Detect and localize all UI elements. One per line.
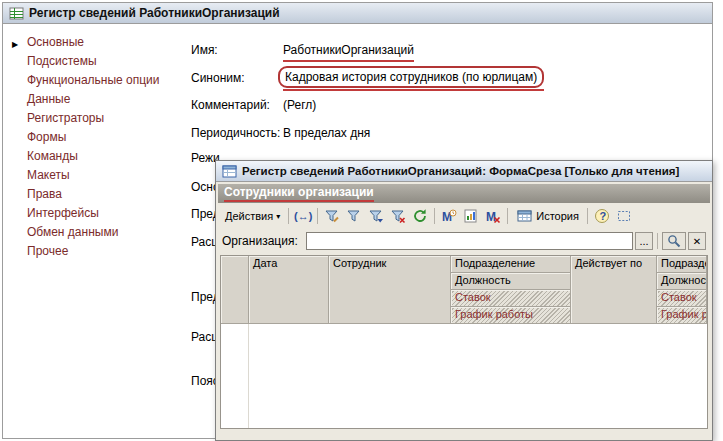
sidebar-item-komandy[interactable]: Команды <box>3 147 185 166</box>
magnifier-icon <box>666 233 682 249</box>
toolbar-separator <box>288 208 289 224</box>
field-row-synonym: Синоним: Кадровая история сотрудников (п… <box>191 66 544 91</box>
actions-button[interactable]: Действия ▾ <box>221 206 284 226</box>
toolbar-separator <box>657 233 658 249</box>
column-header-valid-until[interactable]: Действует по <box>571 256 657 324</box>
periodicity-value[interactable]: В пределах дня <box>283 124 370 142</box>
sidebar-item-prochee[interactable]: Прочее <box>3 242 185 261</box>
column-employee: Сотрудник <box>329 256 451 324</box>
toolbar-separator <box>587 208 588 224</box>
sidebar-item-podsistemy[interactable]: Подсистемы <box>3 52 185 71</box>
form-icon <box>221 163 237 179</box>
table-body[interactable] <box>221 324 707 428</box>
selection-rectangle-icon[interactable] <box>614 206 634 226</box>
column-department-group: Подразделение Должность Ставок График ра… <box>451 256 571 324</box>
sidebar-item-interfeysy[interactable]: Интерфейсы <box>3 204 185 223</box>
organization-input[interactable] <box>306 232 633 250</box>
selected-marker-icon: ▶ <box>12 37 18 52</box>
help-icon[interactable]: ? <box>592 206 612 226</box>
form-toolbar: Действия ▾ (↔) <box>218 203 710 229</box>
column-header-date[interactable]: Дата <box>249 256 329 324</box>
selector-header-cell <box>221 256 249 324</box>
column-header-rate-2[interactable]: Ставок <box>657 290 707 307</box>
select-period-icon[interactable]: (↔) <box>293 206 313 226</box>
comment-value[interactable]: (Регл) <box>283 96 316 114</box>
sidebar-item-osnovnye[interactable]: ▶ Основные <box>3 33 185 52</box>
records-table: Дата Сотрудник Подразделение Должность С… <box>220 255 708 429</box>
main-window-title: Регистр сведений РаботникиОрганизаций <box>29 6 280 20</box>
history-button[interactable]: История <box>512 206 583 226</box>
sidebar-item-funkcionalnye-opcii[interactable]: Функциональные опции <box>3 71 185 90</box>
column-date: Дата <box>249 256 329 324</box>
slice-form-body: Сотрудники организации Действия ▾ (↔) <box>216 182 712 440</box>
column-header-rate[interactable]: Ставок <box>451 290 571 307</box>
column-header-schedule[interactable]: График работы <box>451 307 571 324</box>
selector-column-divider <box>248 324 249 428</box>
comment-label: Комментарий: <box>191 96 283 114</box>
selector-column <box>221 256 249 324</box>
sidebar-item-prava[interactable]: Права <box>3 185 185 204</box>
organization-clear-button[interactable]: ✕ <box>688 232 706 250</box>
filter-history-icon[interactable] <box>366 206 386 226</box>
journal-icon[interactable] <box>461 206 481 226</box>
table-header: Дата Сотрудник Подразделение Должность С… <box>221 256 707 324</box>
main-window-titlebar[interactable]: Регистр сведений РаботникиОрганизаций <box>3 3 712 24</box>
column-header-position[interactable]: Должность <box>451 273 571 290</box>
toolbar-separator <box>434 208 435 224</box>
sidebar-item-obmen-dannymi[interactable]: Обмен данными <box>3 223 185 242</box>
filter-icon[interactable] <box>344 206 364 226</box>
register-icon <box>8 5 24 21</box>
clear-moment-icon[interactable]: М <box>483 206 503 226</box>
form-caption-bar: Сотрудники организации <box>218 184 710 203</box>
screen: Регистр сведений РаботникиОрганизаций ▶ … <box>0 0 723 441</box>
history-icon <box>516 208 532 224</box>
disable-filter-icon[interactable] <box>388 206 408 226</box>
field-row-periodicity: Периодичность: В пределах дня <box>191 124 370 142</box>
form-caption: Сотрудники организации <box>224 185 374 202</box>
field-row-comment: Комментарий: (Регл) <box>191 96 316 114</box>
organization-find-button[interactable] <box>662 232 686 250</box>
slice-form-title: Регистр сведений РаботникиОрганизаций: Ф… <box>242 165 679 177</box>
toolbar-separator <box>507 208 508 224</box>
periodicity-label: Периодичность: <box>191 124 283 142</box>
moment-of-time-icon[interactable]: М <box>439 206 459 226</box>
svg-text:?: ? <box>599 210 606 222</box>
synonym-value[interactable]: Кадровая история сотрудников (по юрлицам… <box>278 66 544 88</box>
organization-row: Организация: ... ✕ <box>218 229 710 253</box>
sections-list: ▶ Основные Подсистемы Функциональные опц… <box>3 25 185 438</box>
column-header-employee[interactable]: Сотрудник <box>329 256 451 324</box>
column-header-department[interactable]: Подразделение <box>451 256 571 273</box>
column-valid-until: Действует по <box>571 256 657 324</box>
filter-settings-icon[interactable] <box>322 206 342 226</box>
sidebar-item-registratory[interactable]: Регистраторы <box>3 109 185 128</box>
organization-label: Организация: <box>222 234 298 248</box>
name-value[interactable]: РаботникиОрганизаций <box>283 41 414 62</box>
dropdown-arrow-icon: ▾ <box>276 212 280 221</box>
column-header-schedule-2[interactable]: График работы <box>657 307 707 324</box>
slice-form-titlebar[interactable]: Регистр сведений РаботникиОрганизаций: Ф… <box>216 161 712 182</box>
slice-form-window: Регистр сведений РаботникиОрганизаций: Ф… <box>215 160 713 441</box>
column-header-position-2[interactable]: Должность <box>657 273 707 290</box>
field-row-name: Имя: РаботникиОрганизаций <box>191 41 414 62</box>
organization-select-button[interactable]: ... <box>635 232 653 250</box>
sidebar-item-formy[interactable]: Формы <box>3 128 185 147</box>
refresh-icon[interactable] <box>410 206 430 226</box>
synonym-label: Синоним: <box>191 66 283 87</box>
toolbar-separator <box>317 208 318 224</box>
sidebar-item-dannye[interactable]: Данные <box>3 90 185 109</box>
name-label: Имя: <box>191 41 283 59</box>
sidebar-item-makety[interactable]: Макеты <box>3 166 185 185</box>
column-header-department-2[interactable]: Подразделение <box>657 256 707 273</box>
column-department-group-2: Подразделение Должность Ставок График ра… <box>657 256 707 324</box>
